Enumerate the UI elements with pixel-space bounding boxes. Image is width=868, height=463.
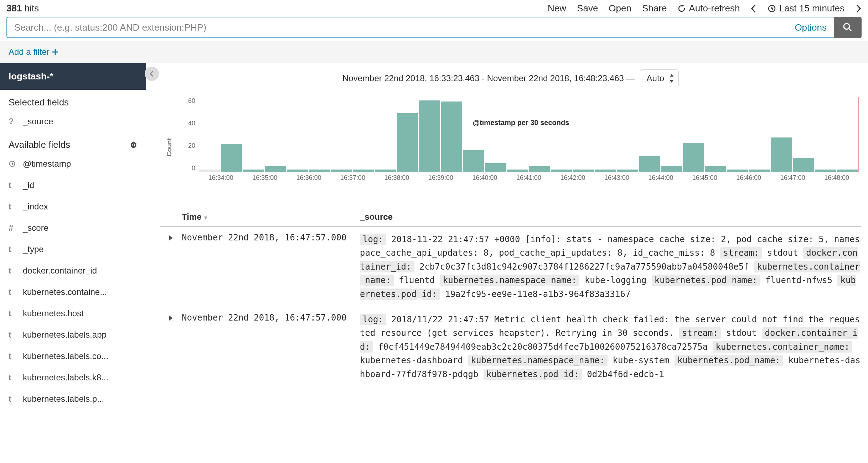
time-next[interactable]	[855, 4, 862, 13]
interval-select[interactable]: Auto	[640, 69, 679, 87]
bar[interactable]	[573, 170, 594, 172]
field-type-icon: t	[9, 244, 16, 254]
bar[interactable]	[309, 170, 330, 172]
field-type-icon: t	[9, 180, 16, 190]
field-name: _type	[23, 244, 44, 254]
bar[interactable]	[375, 170, 396, 172]
bar[interactable]	[749, 170, 770, 172]
col-time-header[interactable]: Time▼	[182, 212, 360, 222]
bar[interactable]	[661, 166, 682, 172]
bar[interactable]	[639, 156, 660, 172]
y-ticks: 6040200	[181, 97, 195, 172]
field-item-kubernetes-containe---[interactable]: tkubernetes.containe...	[0, 281, 146, 303]
bar[interactable]	[441, 102, 462, 172]
menu-share[interactable]: Share	[642, 3, 667, 14]
add-filter-link[interactable]: Add a filter	[9, 47, 59, 57]
time-range[interactable]: Last 15 minutes	[768, 3, 844, 14]
field-item--id[interactable]: t_id	[0, 175, 146, 196]
bar[interactable]	[265, 166, 286, 172]
field-item-docker-container-id[interactable]: tdocker.container_id	[0, 260, 146, 281]
field-item-_source[interactable]: ?_source	[0, 111, 146, 132]
col-source-header[interactable]: _source	[360, 212, 861, 222]
time-prev[interactable]	[750, 4, 757, 13]
topbar: 381 hits New Save Open Share Auto-refres…	[0, 0, 868, 17]
time-range-label: Last 15 minutes	[779, 3, 844, 14]
bar[interactable]	[331, 170, 352, 172]
index-pattern[interactable]: logstash-*	[0, 63, 146, 90]
chart-body[interactable]: 6040200 16:34:0016:35:0016:36:0016:37:00…	[181, 97, 861, 197]
bar[interactable]	[221, 144, 242, 172]
field-item-kubernetes-labels-k8---[interactable]: tkubernetes.labels.k8...	[0, 367, 146, 388]
bar[interactable]	[287, 170, 308, 172]
bar[interactable]	[353, 170, 374, 172]
field-name: _source	[23, 116, 53, 126]
field-item--timestamp[interactable]: @timestamp	[0, 153, 146, 175]
chevron-right-icon	[855, 4, 862, 13]
sort-desc-icon: ▼	[203, 215, 209, 221]
bar[interactable]	[199, 170, 220, 172]
field-item--score[interactable]: #_score	[0, 217, 146, 239]
field-key: kubernetes.pod_id:	[484, 369, 582, 380]
bar[interactable]	[683, 143, 704, 172]
y-axis-label: Count	[160, 97, 179, 197]
field-key: log:	[360, 234, 386, 245]
bar[interactable]	[419, 100, 440, 172]
collapse-sidebar-button[interactable]	[145, 67, 159, 81]
results-table: Time▼ _source November 22nd 2018, 16:47:…	[160, 208, 861, 387]
row-source: log: 2018-11-22 21:47:57 +0000 [info]: s…	[360, 233, 861, 301]
field-name: kubernetes.containe...	[23, 287, 107, 297]
menu-open[interactable]: Open	[609, 3, 631, 14]
bar[interactable]	[529, 166, 550, 172]
field-item-kubernetes-labels-co---[interactable]: tkubernetes.labels.co...	[0, 345, 146, 367]
col-expand	[160, 212, 182, 222]
interval-value: Auto	[647, 73, 664, 83]
field-key: kubernetes.container_name:	[713, 341, 853, 353]
bar[interactable]	[551, 170, 572, 172]
field-name: @timestamp	[23, 159, 71, 169]
menu-save[interactable]: Save	[577, 3, 598, 14]
bar[interactable]	[397, 113, 418, 172]
bar[interactable]	[771, 137, 792, 172]
search-options-link[interactable]: Options	[795, 22, 827, 33]
bar[interactable]	[815, 170, 836, 172]
chevron-up-down-icon	[669, 74, 674, 83]
table-row: November 22nd 2018, 16:47:57.000log: 201…	[160, 227, 861, 307]
field-key: kubernetes.pod_id:	[360, 275, 856, 300]
menu-auto-refresh[interactable]: Auto-refresh	[677, 3, 740, 14]
bar[interactable]	[595, 170, 616, 172]
field-type-icon: t	[9, 351, 16, 361]
search-input[interactable]: Search... (e.g. status:200 AND extension…	[6, 17, 834, 38]
sidebar: logstash-* Selected fields ?_source Avai…	[0, 63, 146, 410]
field-item-kubernetes-host[interactable]: tkubernetes.host	[0, 303, 146, 324]
main: logstash-* Selected fields ?_source Avai…	[0, 63, 868, 410]
bar[interactable]	[243, 170, 264, 172]
field-item-kubernetes-labels-p---[interactable]: tkubernetes.labels.p...	[0, 388, 146, 410]
histogram: Count 6040200 16:34:0016:35:0016:36:0016…	[160, 94, 861, 197]
bar[interactable]	[617, 170, 638, 172]
field-item--index[interactable]: t_index	[0, 196, 146, 217]
histogram-range: November 22nd 2018, 16:33:23.463 - Novem…	[342, 73, 635, 83]
field-key: log:	[360, 314, 386, 325]
field-type-icon	[9, 160, 16, 167]
field-name: kubernetes.labels.co...	[23, 351, 108, 361]
content: November 22nd 2018, 16:33:23.463 - Novem…	[146, 63, 868, 410]
field-item--type[interactable]: t_type	[0, 239, 146, 260]
bar[interactable]	[837, 170, 858, 172]
bar[interactable]	[793, 158, 814, 172]
expand-row-button[interactable]	[160, 313, 182, 381]
field-settings-button[interactable]	[130, 141, 138, 149]
search-button[interactable]	[834, 17, 862, 38]
gear-icon	[130, 141, 138, 149]
field-name: kubernetes.host	[23, 308, 84, 318]
field-type-icon: #	[9, 223, 16, 233]
bar[interactable]	[463, 150, 484, 172]
bar[interactable]	[507, 170, 528, 172]
expand-row-button[interactable]	[160, 233, 182, 301]
bar[interactable]	[727, 170, 748, 172]
svg-point-4	[133, 144, 134, 145]
bar[interactable]	[705, 166, 726, 172]
bar[interactable]	[485, 163, 506, 172]
field-item-kubernetes-labels-app[interactable]: tkubernetes.labels.app	[0, 324, 146, 345]
clock-icon	[768, 4, 776, 13]
menu-new[interactable]: New	[548, 3, 566, 14]
